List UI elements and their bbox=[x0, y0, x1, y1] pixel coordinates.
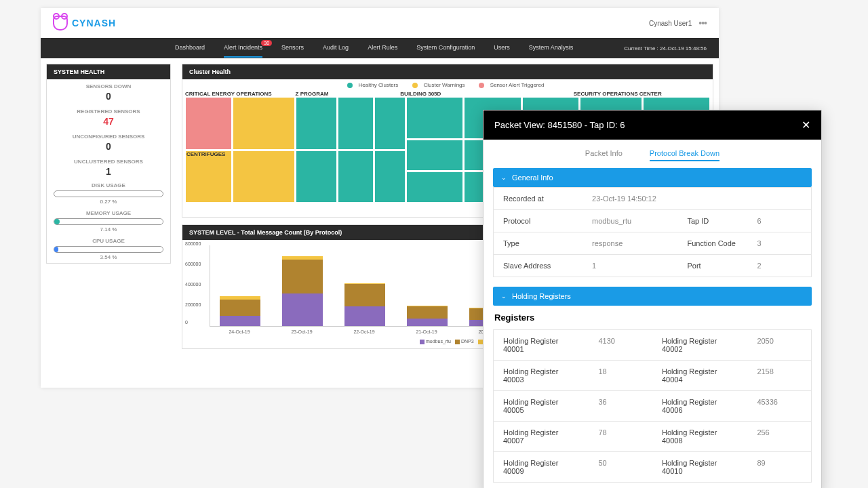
bar-24oct[interactable] bbox=[220, 296, 260, 326]
usage-disk: DISK USAGE0.27 % bbox=[47, 180, 170, 207]
usage-memory: MEMORY USAGE7.14 % bbox=[47, 207, 170, 235]
nav-audit-log[interactable]: Audit Log bbox=[323, 39, 349, 58]
chevron-down-icon: ⌄ bbox=[501, 174, 507, 181]
bar-22oct[interactable] bbox=[344, 283, 385, 326]
stat-registered-sensors: REGISTERED SENSORS47 bbox=[47, 104, 170, 129]
tab-protocol-breakdown[interactable]: Protocol Break Down bbox=[650, 149, 719, 161]
nav-dashboard[interactable]: Dashboard bbox=[175, 39, 205, 58]
current-time: Current Time : 24-Oct-19 15:48:56 bbox=[624, 45, 707, 52]
nav-system-config[interactable]: System Configuration bbox=[416, 39, 475, 58]
close-icon[interactable]: ✕ bbox=[802, 119, 810, 131]
packet-view-modal: Packet View: 8451580 - Tap ID: 6 ✕ Packe… bbox=[483, 110, 822, 488]
registers-title: Registers bbox=[493, 306, 812, 329]
bar-23oct[interactable] bbox=[282, 256, 323, 326]
nav-system-analysis[interactable]: System Analysis bbox=[529, 39, 574, 58]
nav-bar: Dashboard Alert Incidents 30 Sensors Aud… bbox=[41, 38, 719, 58]
logo-icon bbox=[53, 16, 68, 30]
general-info-table: Recorded at23-Oct-19 14:50:12 Protocolmo… bbox=[493, 187, 812, 277]
stat-unclustered-sensors: UNCLUSTERED SENSORS1 bbox=[47, 155, 170, 180]
nav-alert-label: Alert Incidents bbox=[224, 44, 262, 51]
modal-header: Packet View: 8451580 - Tap ID: 6 ✕ bbox=[484, 110, 821, 140]
stat-sensors-down: SENSORS DOWN0 bbox=[47, 79, 170, 104]
brand-name: CYNASH bbox=[72, 18, 116, 28]
modal-title: Packet View: 8451580 - Tap ID: 6 bbox=[494, 120, 625, 130]
treemap-labels: CRITICAL ENERGY OPERATIONSZ PROGRAMBUILD… bbox=[182, 91, 713, 97]
user-area: Cynash User1 ••• bbox=[649, 18, 707, 28]
app-header: CYNASH Cynash User1 ••• bbox=[41, 8, 719, 38]
cluster-health-title: Cluster Health bbox=[182, 64, 713, 79]
accordion-general-info[interactable]: ⌄General Info bbox=[493, 168, 812, 187]
nav-sensors[interactable]: Sensors bbox=[281, 39, 304, 58]
modal-tabs: Packet Info Protocol Break Down bbox=[484, 140, 821, 168]
username[interactable]: Cynash User1 bbox=[649, 20, 692, 27]
chevron-down-icon: ⌄ bbox=[501, 293, 507, 300]
brand-logo[interactable]: CYNASH bbox=[53, 16, 116, 30]
registers-table: Holding Register 400014130Holding Regist… bbox=[493, 329, 812, 483]
bar-21oct[interactable] bbox=[407, 306, 448, 326]
alert-badge: 30 bbox=[261, 40, 272, 46]
system-health-title: SYSTEM HEALTH bbox=[47, 64, 170, 79]
nav-alert-incidents[interactable]: Alert Incidents 30 bbox=[224, 39, 262, 58]
nav-alert-rules[interactable]: Alert Rules bbox=[368, 39, 397, 58]
stat-unconfigured-sensors: UNCONFIGURED SENSORS0 bbox=[47, 129, 170, 155]
sidebar: SYSTEM HEALTH SENSORS DOWN0 REGISTERED S… bbox=[41, 58, 176, 388]
more-icon[interactable]: ••• bbox=[698, 18, 707, 28]
centrifuges-label: CENTRIFUGES bbox=[186, 151, 225, 157]
accordion-holding-registers[interactable]: ⌄Holding Registers bbox=[493, 287, 812, 306]
cluster-legend: Healthy Clusters Cluster Warnings Sensor… bbox=[182, 79, 713, 91]
nav-users[interactable]: Users bbox=[494, 39, 510, 58]
tab-packet-info[interactable]: Packet Info bbox=[585, 149, 623, 161]
usage-cpu: CPU USAGE3.54 % bbox=[47, 235, 170, 263]
